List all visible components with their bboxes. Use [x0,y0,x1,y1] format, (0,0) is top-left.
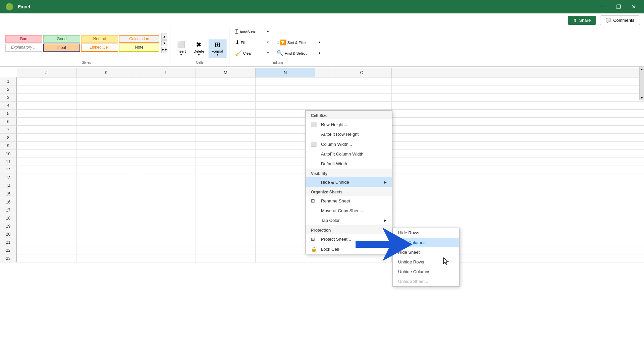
cell-o2[interactable] [315,85,332,94]
cell-k10[interactable] [76,150,136,158]
cell-q23[interactable] [332,254,392,262]
cell-m9[interactable] [196,142,256,150]
hide-columns-item[interactable]: Hide Columns [393,238,459,247]
cell-l10[interactable] [136,150,196,158]
cell-k16[interactable] [76,198,136,206]
cell-m6[interactable] [196,118,256,126]
cell-j3[interactable] [17,94,76,102]
insert-button[interactable]: ⬜ Insert ▼ [173,39,189,58]
cell-l22[interactable] [136,246,196,254]
cell-m14[interactable] [196,182,256,190]
cell-j14[interactable] [17,182,76,190]
cell-k2[interactable] [76,85,136,94]
row-height-item[interactable]: ⬜ Row Height... [306,119,392,129]
cell-n1[interactable] [256,77,315,85]
cell-k13[interactable] [76,174,136,182]
cell-m2[interactable] [196,85,256,94]
hide-rows-item[interactable]: Hide Rows [393,228,459,238]
cell-k17[interactable] [76,206,136,214]
cell-m7[interactable] [196,126,256,134]
cell-l12[interactable] [136,166,196,174]
cell-l4[interactable] [136,102,196,110]
cell-j6[interactable] [17,118,76,126]
cell-m13[interactable] [196,174,256,182]
cell-o1[interactable] [315,77,332,85]
cell-j2[interactable] [17,85,76,94]
autofit-col-item[interactable]: AutoFit Column Width [306,149,392,159]
protect-sheet-item[interactable]: ⊞ Protect Sheet... [306,234,392,244]
cell-m22[interactable] [196,246,256,254]
cell-l17[interactable] [136,206,196,214]
cell-j15[interactable] [17,190,76,198]
autosum-button[interactable]: Σ AutoSum ▼ [232,27,272,37]
col-header-m[interactable]: M [196,68,256,77]
close-button[interactable]: ✕ [629,2,639,11]
cell-l13[interactable] [136,174,196,182]
cell-q4[interactable] [332,102,392,110]
cell-m17[interactable] [196,206,256,214]
cell-k3[interactable] [76,94,136,102]
cell-j19[interactable] [17,222,76,230]
cell-j7[interactable] [17,126,76,134]
cell-j1[interactable] [17,77,76,85]
cell-n2[interactable] [256,85,315,94]
cell-j16[interactable] [17,198,76,206]
clear-button[interactable]: 🧹 Clear ▼ [232,48,272,58]
cell-k18[interactable] [76,214,136,222]
move-copy-item[interactable]: Move or Copy Sheet... [306,206,392,216]
cell-m18[interactable] [196,214,256,222]
cell-j20[interactable] [17,230,76,238]
cell-j22[interactable] [17,246,76,254]
cell-j17[interactable] [17,206,76,214]
cell-k5[interactable] [76,110,136,118]
ribbon-scroll-down-arrow[interactable]: ▼ [640,96,643,100]
default-width-item[interactable]: Default Width... [306,159,392,169]
col-header-j[interactable]: J [17,68,76,77]
ribbon-vscrollbar[interactable]: ▲ ▼ [639,67,644,100]
col-header-k[interactable]: K [76,68,136,77]
cell-j23[interactable] [17,254,76,262]
styles-scroll-expand[interactable]: ▼▼ [161,47,167,53]
cell-m16[interactable] [196,198,256,206]
cell-j21[interactable] [17,238,76,246]
col-header-l[interactable]: L [136,68,196,77]
cell-l2[interactable] [136,85,196,94]
cell-o3[interactable] [315,94,332,102]
fill-button[interactable]: ⬇ Fill ▼ [232,38,272,47]
cell-m19[interactable] [196,222,256,230]
unhide-rows-item[interactable]: Unhide Rows [393,257,459,267]
cell-m4[interactable] [196,102,256,110]
hide-unhide-item[interactable]: Hide & Unhide ▶ [306,177,392,187]
cell-k4[interactable] [76,102,136,110]
cell-k21[interactable] [76,238,136,246]
style-note[interactable]: Note [119,44,159,52]
cell-m1[interactable] [196,77,256,85]
cell-l19[interactable] [136,222,196,230]
cell-k8[interactable] [76,134,136,142]
column-width-item[interactable]: ⬜ Column Width... [306,139,392,149]
ribbon-scroll-up-arrow[interactable]: ▲ [640,67,643,71]
cell-l7[interactable] [136,126,196,134]
hide-sheet-item[interactable]: Hide Sheet [393,247,459,257]
style-linked[interactable]: Linked Cell [81,44,118,52]
comments-button[interactable]: 💬 Comments [600,15,640,25]
tab-color-item[interactable]: Tab Color ▶ [306,216,392,225]
cell-o23[interactable] [315,254,332,262]
sort-filter-button[interactable]: ↕🔽 Sort & Filter ▼ [274,38,324,47]
cell-m10[interactable] [196,150,256,158]
cell-k15[interactable] [76,190,136,198]
find-select-button[interactable]: 🔍 Find & Select ▼ [274,48,324,58]
cell-j13[interactable] [17,174,76,182]
cell-k20[interactable] [76,230,136,238]
maximize-button[interactable]: ❐ [613,2,624,11]
cell-j5[interactable] [17,110,76,118]
cell-m20[interactable] [196,230,256,238]
cell-j9[interactable] [17,142,76,150]
col-header-q[interactable]: Q [332,68,392,77]
style-good[interactable]: Good [43,35,80,43]
cell-k6[interactable] [76,118,136,126]
cell-j11[interactable] [17,158,76,166]
cell-l8[interactable] [136,134,196,142]
cell-m3[interactable] [196,94,256,102]
cell-q1[interactable] [332,77,392,85]
